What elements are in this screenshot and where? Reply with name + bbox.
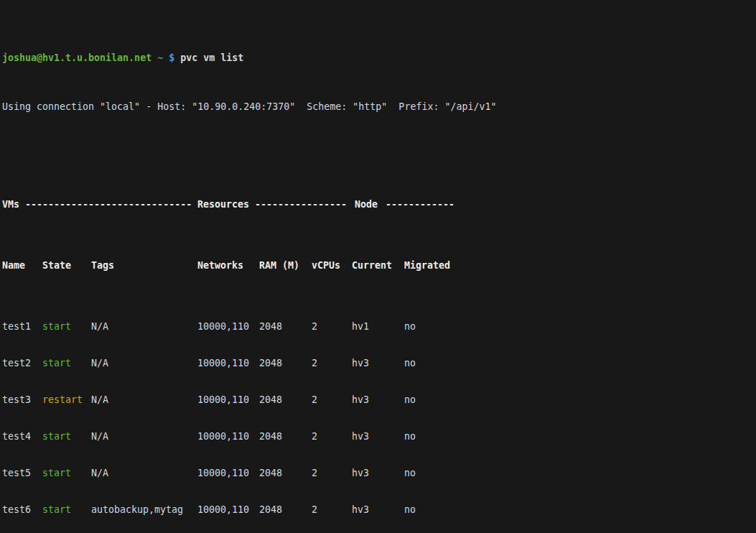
vm-vcpus: 2 — [312, 430, 317, 442]
vm-migrated: no — [404, 320, 416, 333]
vm-name: test5 — [2, 467, 31, 479]
command-vm-list: pvc vm list — [180, 52, 243, 63]
vm-row: test2 start N/A 10000,110 2048 2 hv3 no — [0, 357, 756, 369]
vm-networks: 10000,110 — [197, 320, 249, 333]
vm-current: hv3 — [352, 430, 369, 442]
vm-row: test5 start N/A 10000,110 2048 2 hv3 no — [0, 467, 756, 479]
vm-row: test1 start N/A 10000,110 2048 2 hv1 no — [0, 320, 756, 333]
section-resources: Resources — [197, 198, 249, 210]
vm-migrated: no — [404, 504, 416, 516]
vm-name: test4 — [2, 430, 31, 442]
col-current: Current — [352, 259, 392, 272]
section-node: Node — [355, 198, 378, 210]
vm-networks: 10000,110 — [197, 430, 249, 442]
connection-line-1: Using connection "local" - Host: "10.90.… — [0, 101, 756, 113]
vm-current: hv3 — [352, 504, 369, 516]
vm-networks: 10000,110 — [197, 357, 249, 369]
vm-networks: 10000,110 — [197, 467, 249, 479]
vm-vcpus: 2 — [312, 320, 317, 333]
terminal-window[interactable]: joshua@hv1.t.u.bonilan.net~$pvc vm list … — [0, 0, 756, 533]
vm-name: test3 — [2, 394, 31, 406]
vm-tags: autobackup,mytag — [91, 504, 183, 516]
vm-migrated: no — [404, 467, 416, 479]
vm-migrated: no — [404, 394, 416, 406]
vm-ram: 2048 — [259, 430, 282, 442]
col-vcpus: vCPUs — [312, 259, 340, 272]
vm-current: hv3 — [352, 394, 369, 406]
vm-tags: N/A — [91, 320, 108, 333]
vm-current: hv1 — [352, 320, 369, 333]
vm-name: test6 — [2, 504, 31, 516]
vm-ram: 2048 — [259, 504, 282, 516]
col-tags: Tags — [91, 259, 114, 272]
blank-line — [0, 137, 756, 149]
col-networks: Networks — [197, 259, 243, 272]
vm-tags: N/A — [91, 357, 108, 369]
vm-current: hv3 — [352, 467, 369, 479]
vm-vcpus: 2 — [312, 394, 317, 406]
vm-name: test1 — [2, 320, 31, 333]
vm-state: start — [42, 467, 71, 479]
vm-vcpus: 2 — [312, 357, 317, 369]
vm-row: test6 start autobackup,mytag 10000,110 2… — [0, 504, 756, 516]
vm-ram: 2048 — [259, 394, 282, 406]
vm-migrated: no — [404, 430, 416, 442]
col-name: Name — [2, 259, 25, 272]
vm-vcpus: 2 — [312, 467, 317, 479]
vm-ram: 2048 — [259, 467, 282, 479]
vm-state: start — [42, 320, 71, 333]
col-ram: RAM (M) — [259, 259, 299, 272]
vm-name: test2 — [2, 357, 31, 369]
vm-tags: N/A — [91, 430, 108, 442]
col-state: State — [42, 259, 71, 272]
prompt-host: joshua@hv1.t.u.bonilan.net — [2, 52, 151, 63]
vm-tags: N/A — [91, 394, 108, 406]
vm-list-column-headers: Name State Tags Networks RAM (M) vCPUs C… — [0, 259, 756, 272]
prompt-cwd: ~ — [157, 52, 163, 63]
prompt-symbol: $ — [169, 52, 174, 63]
vm-state: start — [42, 504, 71, 516]
vm-ram: 2048 — [259, 357, 282, 369]
vm-networks: 10000,110 — [197, 394, 249, 406]
section-vms: VMs — [2, 198, 19, 210]
vm-row: test4 start N/A 10000,110 2048 2 hv3 no — [0, 430, 756, 442]
section-resources-dashes: ---------------- — [255, 198, 347, 210]
vm-ram: 2048 — [259, 320, 282, 333]
col-migrated: Migrated — [404, 259, 450, 272]
section-vms-dashes: ----------------------------- — [25, 198, 192, 210]
vm-state: start — [42, 430, 71, 442]
vm-list-section-header: VMs ----------------------------- Resour… — [0, 198, 756, 210]
vm-row: test3 restart N/A 10000,110 2048 2 hv3 n… — [0, 394, 756, 406]
vm-migrated: no — [404, 357, 416, 369]
section-node-dashes: ------------ — [386, 198, 454, 210]
vm-tags: N/A — [91, 467, 108, 479]
prompt-line-1: joshua@hv1.t.u.bonilan.net~$pvc vm list — [0, 52, 756, 64]
vm-vcpus: 2 — [312, 504, 317, 516]
vm-current: hv3 — [352, 357, 369, 369]
vm-state: restart — [42, 394, 83, 406]
vm-networks: 10000,110 — [197, 504, 249, 516]
vm-state: start — [42, 357, 71, 369]
